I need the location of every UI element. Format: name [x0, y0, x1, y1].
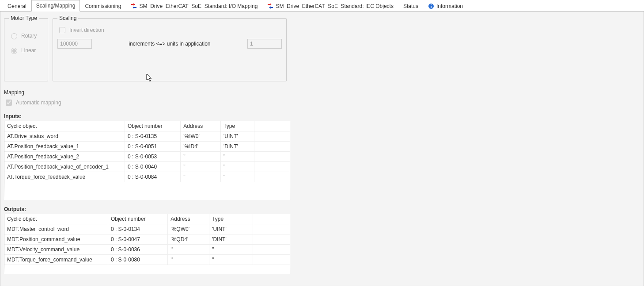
motor-type-linear[interactable]: Linear	[9, 46, 43, 54]
automatic-mapping-label: Automatic mapping	[16, 100, 61, 106]
inputs-table-wrap: Cyclic object Object number Address Type…	[4, 121, 290, 200]
cell-type: 'DINT'	[221, 142, 254, 152]
cell-obj_num: 0 : S-0-0040	[125, 162, 181, 172]
cell-type: 'UINT'	[209, 224, 253, 234]
tab-strip: General Scaling/Mapping Commissioning SM…	[0, 0, 644, 12]
col-address: Address	[181, 121, 221, 131]
cell-blank	[253, 255, 290, 265]
inputs-label: Inputs:	[4, 113, 640, 119]
scaling-legend: Scaling	[57, 15, 78, 21]
cell-type: 'UINT'	[221, 131, 254, 142]
svg-rect-1	[431, 6, 432, 8]
table-row[interactable]: AT.Torque_force_feedback_value0 : S-0-00…	[4, 172, 290, 182]
tab-general-label: General	[8, 3, 27, 9]
cell-blank	[253, 234, 290, 245]
automatic-mapping-row[interactable]: Automatic mapping	[4, 98, 640, 107]
tab-io-mapping[interactable]: SM_Drive_EtherCAT_SoE_Standard: I/O Mapp…	[126, 1, 262, 11]
motor-type-rotary[interactable]: Rotary	[9, 32, 43, 39]
cell-obj_num: 0 : S-0-0051	[125, 142, 181, 152]
cell-address: ''	[168, 245, 209, 255]
cell-blank	[254, 131, 290, 142]
svg-rect-2	[431, 4, 432, 5]
tab-status[interactable]: Status	[398, 1, 423, 11]
motor-type-linear-radio[interactable]	[11, 48, 17, 54]
tab-scaling-label: Scaling/Mapping	[36, 3, 76, 9]
cell-type: ''	[209, 245, 253, 255]
col-type: Type	[221, 121, 254, 131]
table-row[interactable]: AT.Position_feedback_value_20 : S-0-0053…	[4, 152, 290, 162]
col-address: Address	[168, 214, 209, 224]
cell-type: ''	[221, 162, 254, 172]
cell-blank	[253, 245, 290, 255]
motor-type-rotary-label: Rotary	[21, 33, 37, 39]
table-row[interactable]: MDT.Torque_force_command_value0 : S-0-00…	[4, 255, 290, 265]
table-row[interactable]: AT.Position_feedback_value_of_encoder_10…	[4, 162, 290, 172]
table-row[interactable]: MDT.Master_control_word0 : S-0-0134'%QW0…	[4, 224, 290, 234]
mapping-icon	[267, 3, 273, 9]
invert-direction-checkbox[interactable]	[59, 27, 65, 33]
cell-obj_num: 0 : S-0-0036	[108, 245, 167, 255]
tab-information[interactable]: Information	[423, 1, 468, 11]
cell-blank	[254, 162, 290, 172]
cell-address: ''	[181, 162, 221, 172]
table-row[interactable]: MDT.Velocity_command_value0 : S-0-0036''…	[4, 245, 290, 255]
outputs-table: Cyclic object Object number Address Type…	[4, 214, 290, 265]
cell-cyclic: MDT.Position_command_value	[4, 234, 108, 245]
cell-obj_num: 0 : S-0-0135	[125, 131, 181, 142]
outputs-table-wrap: Cyclic object Object number Address Type…	[4, 214, 290, 274]
cell-obj_num: 0 : S-0-0084	[125, 172, 181, 182]
motor-type-rotary-radio[interactable]	[11, 33, 17, 39]
table-row[interactable]: MDT.Position_command_value0 : S-0-0047'%…	[4, 234, 290, 245]
col-cyclic: Cyclic object	[4, 214, 108, 224]
tab-iec-objects[interactable]: SM_Drive_EtherCAT_SoE_Standard: IEC Obje…	[262, 1, 398, 11]
cell-cyclic: AT.Position_feedback_value_of_encoder_1	[4, 162, 125, 172]
units-input[interactable]	[247, 39, 282, 49]
automatic-mapping-checkbox[interactable]	[6, 100, 12, 106]
cell-address: '%ID4'	[181, 142, 221, 152]
tab-commissioning[interactable]: Commissioning	[80, 1, 126, 11]
mapping-icon	[131, 3, 137, 9]
outputs-label: Outputs:	[4, 206, 640, 212]
cell-blank	[254, 142, 290, 152]
cell-cyclic: AT.Position_feedback_value_2	[4, 152, 125, 162]
invert-direction-row[interactable]: Invert direction	[57, 26, 282, 35]
increments-eq-label: increments <=> units in application	[101, 41, 239, 47]
cell-obj_num: 0 : S-0-0080	[108, 255, 167, 265]
mapping-section: Mapping Automatic mapping Inputs: Cyclic…	[4, 89, 640, 274]
cell-cyclic: MDT.Master_control_word	[4, 224, 108, 234]
scaling-panel: Scaling Invert direction increments <=> …	[53, 15, 287, 81]
col-type: Type	[209, 214, 253, 224]
table-row[interactable]: AT.Position_feedback_value_10 : S-0-0051…	[4, 142, 290, 152]
cell-obj_num: 0 : S-0-0053	[125, 152, 181, 162]
tab-iec-objects-label: SM_Drive_EtherCAT_SoE_Standard: IEC Obje…	[276, 3, 394, 9]
cell-address: ''	[181, 172, 221, 182]
cell-type: ''	[209, 255, 253, 265]
cell-type: ''	[221, 152, 254, 162]
cell-blank	[254, 152, 290, 162]
cell-cyclic: AT.Torque_force_feedback_value	[4, 172, 125, 182]
mapping-legend: Mapping	[4, 89, 640, 96]
cell-cyclic: MDT.Velocity_command_value	[4, 245, 108, 255]
invert-direction-label: Invert direction	[69, 27, 104, 33]
motor-type-linear-label: Linear	[21, 47, 36, 54]
col-cyclic: Cyclic object	[4, 121, 125, 131]
tab-information-label: Information	[436, 3, 463, 9]
cell-blank	[253, 224, 290, 234]
tab-content: Motor Type Rotary Linear Scaling Invert …	[0, 12, 644, 286]
cell-cyclic: MDT.Torque_force_command_value	[4, 255, 108, 265]
tab-general[interactable]: General	[3, 1, 31, 11]
cell-type: ''	[221, 172, 254, 182]
cell-address: ''	[168, 255, 209, 265]
cell-blank	[254, 172, 290, 182]
table-row[interactable]: AT.Drive_status_word0 : S-0-0135'%IW0''U…	[4, 131, 290, 142]
col-blank	[254, 121, 290, 131]
motor-type-panel: Motor Type Rotary Linear	[4, 15, 48, 81]
increments-input[interactable]	[57, 39, 92, 49]
motor-type-legend: Motor Type	[9, 15, 39, 21]
cell-type: 'DINT'	[209, 234, 253, 245]
inputs-table: Cyclic object Object number Address Type…	[4, 121, 290, 182]
tab-scaling-mapping[interactable]: Scaling/Mapping	[31, 0, 80, 12]
col-obj-num: Object number	[108, 214, 167, 224]
cell-address: '%IW0'	[181, 131, 221, 142]
info-icon	[428, 3, 434, 9]
